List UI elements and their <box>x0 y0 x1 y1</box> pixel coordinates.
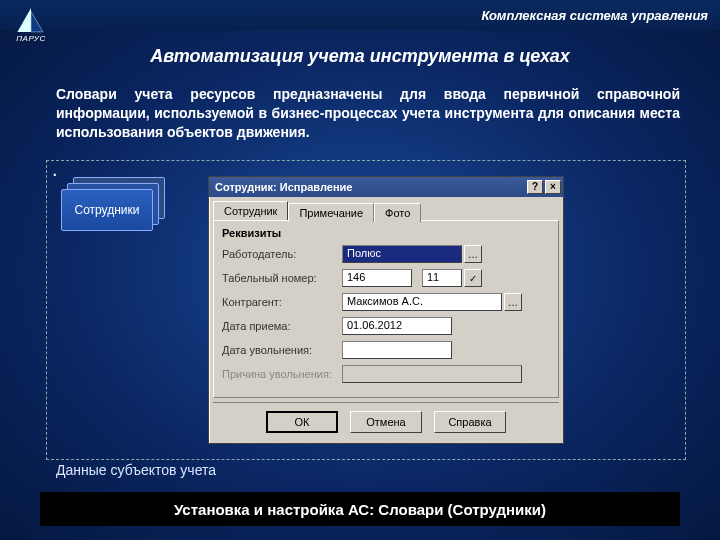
tab-photo[interactable]: Фото <box>374 203 421 222</box>
help-button[interactable]: ? <box>527 180 543 194</box>
dialog-employee: Сотрудник: Исправление ? × Сотрудник При… <box>208 176 564 444</box>
topbar: Комплексная система управления <box>0 0 720 30</box>
footer-bar: Установка и настройка АС: Словари (Сотру… <box>40 492 680 526</box>
label-fire: Дата увольнения: <box>222 344 342 356</box>
close-button[interactable]: × <box>545 180 561 194</box>
card-stack: Сотрудники <box>61 177 171 237</box>
dialog-tabs: Сотрудник Примечание Фото <box>209 197 563 220</box>
agent-field[interactable]: Максимов А.С. <box>342 293 502 311</box>
label-tabnum: Табельный номер: <box>222 272 342 284</box>
help-dialog-button[interactable]: Справка <box>434 411 506 433</box>
page-description: Словари учета ресурсов предназначены для… <box>56 85 680 142</box>
logo-text: ПАРУС <box>16 34 46 43</box>
data-area-label: Данные субъектов учета <box>56 462 216 478</box>
row-agent: Контрагент: Максимов А.С. … <box>222 293 550 311</box>
ok-button[interactable]: ОК <box>266 411 338 433</box>
tab-label: Фото <box>385 207 410 219</box>
dialog-buttons: ОК Отмена Справка <box>213 402 559 443</box>
row-fire: Дата увольнения: <box>222 341 550 359</box>
label-reason: Причина увольнения: <box>222 368 342 380</box>
system-title: Комплексная система управления <box>481 8 708 23</box>
dialog-title: Сотрудник: Исправление <box>215 181 352 193</box>
row-employer: Работодатель: Полюс … <box>222 245 550 263</box>
cancel-button[interactable]: Отмена <box>350 411 422 433</box>
reason-field <box>342 365 522 383</box>
group-label: Реквизиты <box>222 227 550 239</box>
row-hire: Дата приема: 01.06.2012 <box>222 317 550 335</box>
label-hire: Дата приема: <box>222 320 342 332</box>
sail-icon <box>14 6 48 34</box>
tab-note[interactable]: Примечание <box>288 203 374 222</box>
card-label: Сотрудники <box>75 203 140 217</box>
row-reason: Причина увольнения: <box>222 365 550 383</box>
logo: ПАРУС <box>6 6 56 56</box>
agent-lookup-button[interactable]: … <box>504 293 522 311</box>
tabnum-field-a[interactable]: 146 <box>342 269 412 287</box>
label-employer: Работодатель: <box>222 248 342 260</box>
row-tabnum: Табельный номер: 146 11 ✓ <box>222 269 550 287</box>
employer-lookup-button[interactable]: … <box>464 245 482 263</box>
dialog-panel: Реквизиты Работодатель: Полюс … Табельны… <box>213 220 559 398</box>
tabnum-check-button[interactable]: ✓ <box>464 269 482 287</box>
hire-date-field[interactable]: 01.06.2012 <box>342 317 452 335</box>
footer-text: Установка и настройка АС: Словари (Сотру… <box>174 501 546 518</box>
label-agent: Контрагент: <box>222 296 342 308</box>
card-employees[interactable]: Сотрудники <box>61 189 153 231</box>
fire-date-field[interactable] <box>342 341 452 359</box>
tab-label: Сотрудник <box>224 205 277 217</box>
employer-field[interactable]: Полюс <box>342 245 462 263</box>
tab-employee[interactable]: Сотрудник <box>213 201 288 220</box>
tabnum-field-b[interactable]: 11 <box>422 269 462 287</box>
page-title: Автоматизация учета инструмента в цехах <box>0 46 720 67</box>
tab-label: Примечание <box>299 207 363 219</box>
dialog-titlebar: Сотрудник: Исправление ? × <box>209 177 563 197</box>
